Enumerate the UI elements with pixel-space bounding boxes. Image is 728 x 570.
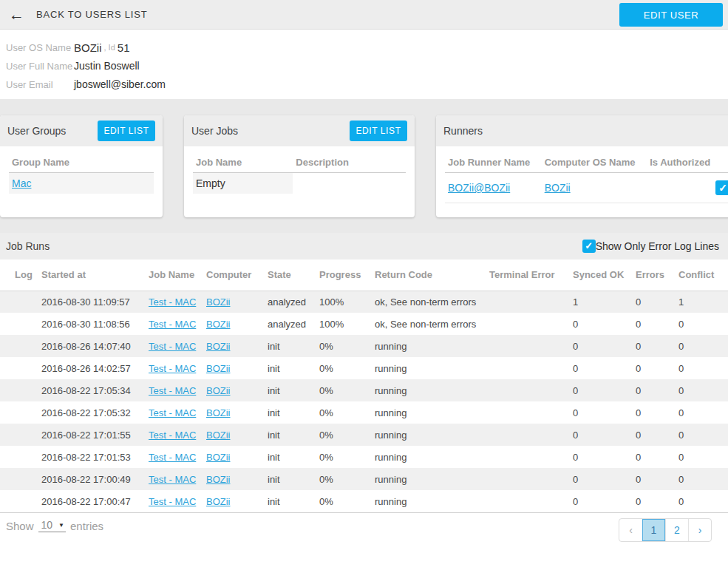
progress-cell: 0% [313,490,369,512]
job-name-link[interactable]: Test - MAC [149,496,196,507]
table-row: 2016-08-22 17:05:34Test - MACBOZiiinit0%… [0,379,728,401]
user-groups-table: Group Name Mac [9,154,154,194]
computer-os-header: Computer OS Name [542,154,647,173]
state-cell: init [262,357,313,379]
job-name-link[interactable]: Test - MAC [149,407,196,418]
conflict-cell: 0 [673,357,728,379]
started-at-cell: 2016-08-22 17:01:55 [35,424,143,446]
edit-user-button[interactable]: EDIT USER [619,3,723,27]
return-code-cell: ok, See non-term errors [369,313,483,335]
table-row: 2016-08-22 17:01:53Test - MACBOZiiinit0%… [0,446,728,468]
user-jobs-table: Job Name Description Empty [193,154,406,194]
page-size-value: 10 [41,519,53,531]
computer-link[interactable]: BOZii [206,319,231,330]
table-row: 2016-08-26 14:02:57Test - MACBOZiiinit0%… [0,357,728,379]
page-2-button[interactable]: 2 [665,519,688,541]
log-cell [0,379,35,401]
errors-cell: 0 [630,335,673,357]
log-cell [0,424,35,446]
runner-computer-link[interactable]: BOZii [545,182,571,194]
return-code-cell: running [369,357,483,379]
page-1-button[interactable]: 1 [642,519,665,541]
progress-cell: 0% [313,379,369,401]
conflict-cell: 0 [673,446,728,468]
job-name-link[interactable]: Test - MAC [149,430,196,441]
back-to-users-link[interactable]: BACK TO USERS LIST [36,9,147,20]
job-runs-bar: Job Runs ✓ Show Only Error Log Lines [0,233,728,259]
conflict-cell: 0 [673,335,728,357]
user-email-label: User Email [6,79,74,90]
computer-link[interactable]: BOZii [206,296,231,308]
return-code-cell: running [369,446,483,468]
progress-cell: 0% [313,446,369,468]
computer-link[interactable]: BOZii [206,341,231,352]
entries-label: entries [70,520,103,532]
progress-cell: 100% [313,313,369,335]
job-name-link[interactable]: Test - MAC [149,341,196,352]
show-only-errors-label: Show Only Error Log Lines [596,240,719,252]
show-only-errors-checkbox[interactable]: ✓ [582,240,596,253]
errors-cell: 0 [630,379,673,401]
job-name-header: Job Name [193,154,293,173]
terminal-error-cell [483,401,567,424]
pagination: ‹ 1 2 › [619,518,712,542]
job-name-link[interactable]: Test - MAC [149,452,196,463]
log-cell [0,490,35,512]
user-info-section: User OS Name BOZii , Id 51 User Full Nam… [0,30,728,99]
chevron-down-icon: ▼ [58,522,64,529]
job-name-link[interactable]: Test - MAC [149,319,196,330]
errors-cell: 0 [630,490,673,512]
job-description-cell [293,173,406,194]
synced-ok-cell: 0 [567,335,630,357]
started-at-cell: 2016-08-22 17:00:47 [35,490,143,512]
table-row: 2016-08-22 17:05:32Test - MACBOZiiinit0%… [0,401,728,424]
job-name-link[interactable]: Test - MAC [149,296,196,308]
computer-link[interactable]: BOZii [206,430,231,441]
runners-table: Job Runner Name Computer OS Name Is Auth… [445,154,728,203]
terminal-error-cell [483,335,567,357]
table-row: 2016-08-22 17:01:55Test - MACBOZiiinit0%… [0,424,728,446]
job-empty-cell: Empty [193,173,293,194]
conflict-cell: 0 [673,490,728,512]
is-authorized-checkbox[interactable]: ✓ [715,180,728,195]
user-jobs-title: User Jobs [191,125,238,137]
user-email-row: User Email jboswell@siber.com [6,77,722,92]
user-groups-header: User Groups EDIT LIST [0,115,163,146]
progress-cell: 0% [313,424,369,446]
back-arrow-icon[interactable]: ← [9,7,24,22]
job-name-link[interactable]: Test - MAC [149,363,196,374]
computer-link[interactable]: BOZii [206,407,231,418]
edit-jobs-list-button[interactable]: EDIT LIST [350,121,407,141]
started-at-cell: 2016-08-22 17:05:32 [35,401,143,424]
user-fullname-value: Justin Boswell [74,60,140,72]
runner-name-header: Job Runner Name [445,154,542,173]
description-header: Description [293,154,406,173]
computer-link[interactable]: BOZii [206,496,231,507]
group-name-header: Group Name [9,154,154,173]
edit-groups-list-button[interactable]: EDIT LIST [98,121,155,141]
error-log-filter: ✓ Show Only Error Log Lines [582,240,719,253]
next-page-button[interactable]: › [688,519,711,541]
computer-link[interactable]: BOZii [206,452,231,463]
page-size-select[interactable]: 10 ▼ [38,519,67,532]
synced-ok-cell: 0 [567,357,630,379]
terminal-error-cell [483,291,567,313]
computer-link[interactable]: BOZii [206,363,231,374]
job-name-link[interactable]: Test - MAC [149,385,196,396]
started-at-cell: 2016-08-22 17:01:53 [35,446,143,468]
col-started-at: Started at [35,259,143,291]
user-id-label: , Id [104,43,115,52]
computer-link[interactable]: BOZii [206,385,231,396]
synced-ok-cell: 0 [567,446,630,468]
started-at-cell: 2016-08-26 14:07:40 [35,335,143,357]
group-name-link[interactable]: Mac [12,177,31,189]
prev-page-button[interactable]: ‹ [619,519,642,541]
user-groups-title: User Groups [7,125,66,137]
table-row: Mac [9,173,154,194]
terminal-error-cell [483,446,567,468]
computer-link[interactable]: BOZii [206,474,231,485]
job-name-link[interactable]: Test - MAC [149,474,196,485]
terminal-error-cell [483,490,567,512]
state-cell: init [262,490,313,512]
runner-name-link[interactable]: BOZii@BOZii [448,182,510,194]
